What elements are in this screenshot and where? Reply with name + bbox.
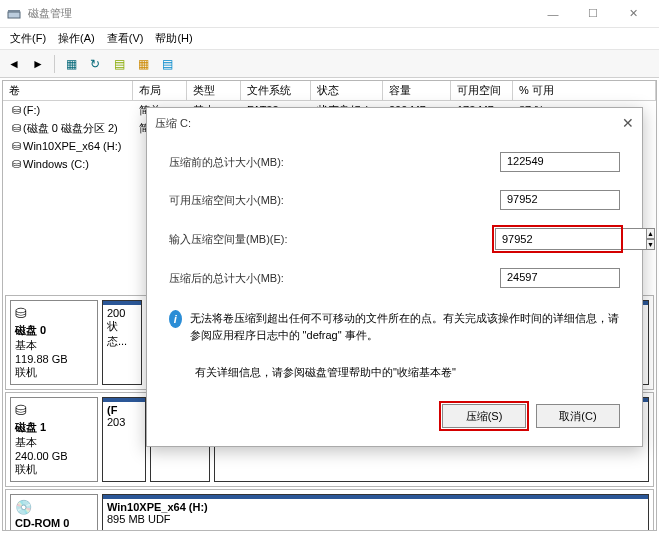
value-total-after: 24597 bbox=[500, 268, 620, 288]
info-text-2: 有关详细信息，请参阅磁盘管理帮助中的"收缩基本卷" bbox=[169, 365, 620, 380]
dialog-titlebar: 压缩 C: ✕ bbox=[147, 108, 642, 138]
label-total-after: 压缩后的总计大小(MB): bbox=[169, 271, 500, 286]
info-icon: i bbox=[169, 310, 182, 328]
dialog-title: 压缩 C: bbox=[155, 116, 191, 131]
label-total-before: 压缩前的总计大小(MB): bbox=[169, 155, 500, 170]
value-available: 97952 bbox=[500, 190, 620, 210]
label-input-amount: 输入压缩空间量(MB)(E): bbox=[169, 232, 495, 247]
shrink-button[interactable]: 压缩(S) bbox=[442, 404, 526, 428]
shrink-amount-input[interactable] bbox=[495, 228, 646, 250]
dialog-close-icon[interactable]: ✕ bbox=[622, 115, 634, 131]
info-text-1: 无法将卷压缩到超出任何不可移动的文件所在的点。有关完成该操作时间的详细信息，请参… bbox=[190, 310, 620, 343]
cancel-button[interactable]: 取消(C) bbox=[536, 404, 620, 428]
label-available: 可用压缩空间大小(MB): bbox=[169, 193, 500, 208]
shrink-dialog: 压缩 C: ✕ 压缩前的总计大小(MB): 122549 可用压缩空间大小(MB… bbox=[146, 107, 643, 447]
value-total-before: 122549 bbox=[500, 152, 620, 172]
spin-up-button[interactable]: ▲ bbox=[646, 228, 655, 239]
spin-down-button[interactable]: ▼ bbox=[646, 239, 655, 250]
